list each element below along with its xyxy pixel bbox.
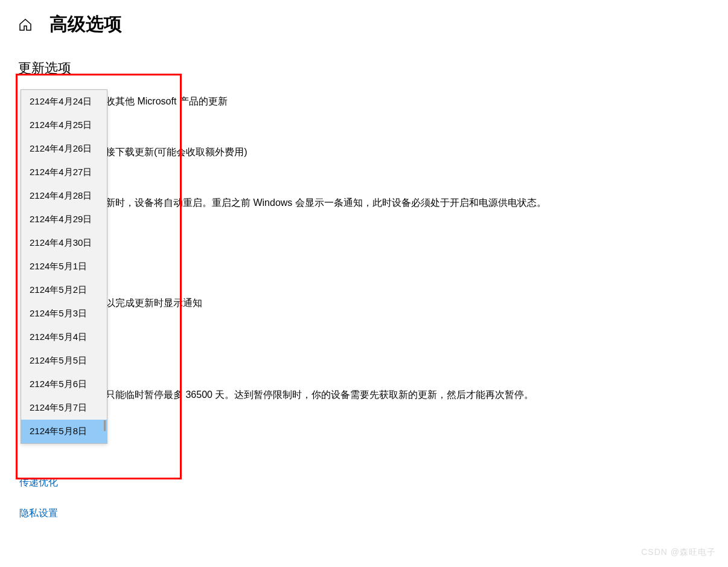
dropdown-date-item[interactable]: 2124年5月2日: [21, 278, 107, 302]
scrollbar-thumb[interactable]: [104, 420, 106, 431]
dropdown-date-item[interactable]: 2124年4月24日: [21, 90, 107, 114]
dropdown-date-item[interactable]: 2124年4月28日: [21, 184, 107, 208]
dropdown-date-item[interactable]: 2124年4月27日: [21, 161, 107, 184]
dropdown-date-item[interactable]: 2124年5月5日: [21, 349, 107, 373]
dropdown-date-item[interactable]: 2124年4月29日: [21, 208, 107, 231]
dropdown-date-item[interactable]: 2124年5月8日: [21, 420, 107, 443]
dropdown-date-item[interactable]: 2124年4月25日: [21, 114, 107, 137]
update-options-heading: 更新选项: [18, 59, 71, 77]
dropdown-date-item[interactable]: 2124年5月6日: [21, 373, 107, 396]
dropdown-date-item[interactable]: 2124年5月3日: [21, 302, 107, 325]
privacy-settings-link[interactable]: 隐私设置: [19, 507, 58, 520]
dropdown-date-item[interactable]: 2124年4月30日: [21, 231, 107, 255]
dropdown-date-item[interactable]: 2124年4月26日: [21, 137, 107, 161]
page-title: 高级选项: [49, 12, 122, 37]
dropdown-date-item[interactable]: 2124年5月4日: [21, 325, 107, 349]
watermark-text: CSDN @森旺电子: [641, 547, 716, 558]
dropdown-date-item[interactable]: 2124年5月7日: [21, 396, 107, 420]
receive-other-products-text: 收其他 Microsoft 产品的更新: [106, 95, 228, 108]
delivery-optimization-link[interactable]: 传递优化: [19, 476, 58, 489]
auto-restart-text: 新时，设备将自动重启。重启之前 Windows 会显示一条通知，此时设备必须处于…: [106, 197, 546, 210]
metered-connection-text: 接下载更新(可能会收取额外费用): [106, 146, 247, 159]
home-icon[interactable]: [18, 18, 33, 32]
pause-date-dropdown[interactable]: 2124年4月24日2124年4月25日2124年4月26日2124年4月27日…: [21, 89, 107, 444]
pause-updates-text: 只能临时暂停最多 36500 天。达到暂停限制时，你的设备需要先获取新的更新，然…: [106, 389, 534, 402]
dropdown-date-item[interactable]: 2124年5月1日: [21, 255, 107, 278]
restart-notify-text: 以完成更新时显示通知: [106, 297, 202, 310]
